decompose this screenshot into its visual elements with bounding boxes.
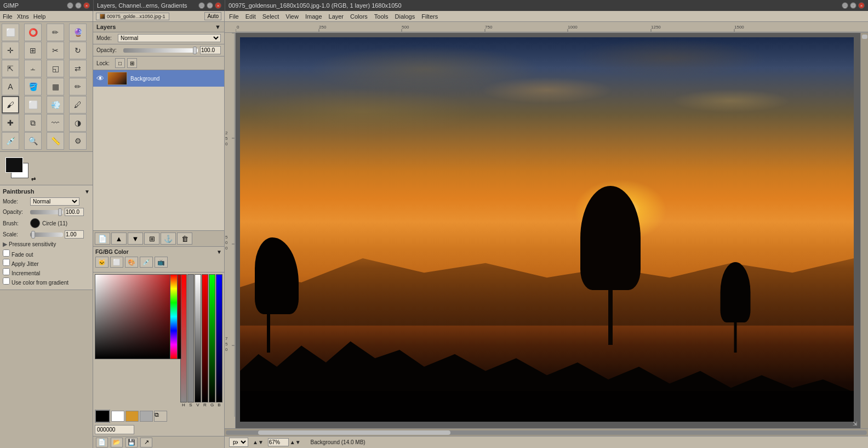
swap-colors-btn[interactable]: ⇄ (31, 176, 36, 182)
menu-file[interactable]: File (3, 13, 13, 20)
canvas-menu-select[interactable]: Select (262, 13, 279, 20)
fgbg-tool-1[interactable]: 🐱 (95, 257, 108, 268)
tool-flip[interactable]: ⇄ (69, 60, 87, 77)
layer-visibility-eye[interactable]: 👁 (96, 74, 104, 83)
swatch-copy-btn[interactable]: ⧉ (154, 411, 167, 422)
tool-blend[interactable]: ▦ (47, 78, 64, 95)
fgbg-tool-5[interactable]: 📺 (155, 257, 168, 268)
tool-scale[interactable]: ⇱ (2, 60, 19, 77)
swatch-gray[interactable] (140, 411, 153, 422)
layers-min-btn[interactable]: _ (198, 2, 205, 9)
tool-ink[interactable]: 🖊 (69, 96, 87, 114)
auto-button[interactable]: Auto (204, 12, 221, 20)
toolbox-min-btn[interactable]: _ (67, 2, 73, 9)
menu-xtns[interactable]: Xtns (17, 13, 29, 20)
fg-swatch-main[interactable] (95, 410, 110, 423)
canvas-max-btn[interactable]: □ (850, 2, 856, 9)
tool-rotate[interactable]: ↻ (69, 42, 87, 59)
tool-dodge-burn[interactable]: ◑ (69, 114, 87, 132)
fade-checkbox[interactable] (3, 249, 10, 257)
horizontal-scrollbar[interactable] (225, 428, 868, 436)
channel-s-bar[interactable] (187, 274, 194, 402)
tool-options-collapse[interactable]: ▼ (84, 189, 90, 195)
toolbox-close-btn[interactable]: × (83, 2, 90, 9)
tool-bucket-fill[interactable]: 🪣 (24, 78, 42, 95)
tool-shear[interactable]: ⫠ (24, 60, 42, 77)
fgbg-tool-3[interactable]: 🎨 (125, 257, 138, 268)
hscroll-thumb[interactable] (258, 430, 450, 435)
incremental-checkbox[interactable] (3, 268, 10, 275)
swatch-orange[interactable] (125, 411, 139, 422)
unit-arrows[interactable]: ▲▼ (253, 439, 264, 445)
canvas-menu-tools[interactable]: Tools (374, 13, 389, 20)
vertical-scrollbar[interactable] (860, 33, 868, 428)
zoom-input[interactable] (268, 438, 289, 446)
tool-magnify[interactable]: 🔍 (24, 132, 42, 150)
opacity-slider[interactable] (30, 210, 63, 214)
zoom-arrows[interactable]: ▲▼ (290, 439, 301, 445)
canvas-menu-colors[interactable]: Colors (350, 13, 368, 20)
tool-move[interactable]: ✛ (2, 42, 19, 59)
fgbg-tool-4[interactable]: 💉 (140, 257, 153, 268)
toolbox-new-btn[interactable]: 📄 (96, 438, 108, 447)
layer-anchor-btn[interactable]: ⚓ (161, 232, 176, 245)
tool-ellipse-select[interactable]: ⭕ (24, 24, 42, 41)
canvas-menu-file[interactable]: File (229, 13, 239, 20)
layers-close-btn[interactable]: × (215, 2, 221, 9)
toolbox-save-btn[interactable]: 💾 (125, 438, 138, 447)
canvas-menu-layer[interactable]: Layer (329, 13, 344, 20)
scale-input[interactable] (65, 230, 84, 239)
tool-paintbrush[interactable]: 🖌 (2, 96, 19, 114)
layer-item-background[interactable]: 👁 Background (93, 70, 224, 87)
tool-color-picker[interactable]: 💉 (2, 132, 19, 150)
tool-rect-select[interactable]: ⬜ (2, 24, 19, 41)
tool-pencil[interactable]: ✏ (69, 78, 87, 95)
fg-color-swatch[interactable] (5, 157, 23, 173)
jitter-checkbox[interactable] (3, 259, 10, 266)
tool-heal[interactable]: ✚ (2, 114, 19, 132)
layer-new-btn[interactable]: 📄 (95, 232, 110, 245)
canvas-menu-view[interactable]: View (285, 13, 299, 20)
channel-g-bar[interactable] (209, 274, 215, 402)
fgbg-collapse[interactable]: ▼ (216, 249, 222, 255)
toolbox-max-btn[interactable]: □ (75, 2, 82, 9)
unit-select[interactable]: px mm in (229, 438, 248, 447)
canvas-close-btn[interactable]: × (858, 2, 865, 9)
canvas-resize-handle[interactable]: ⇲ (853, 421, 859, 427)
layers-mode-select[interactable]: Normal Dissolve Multiply Screen (118, 34, 221, 42)
opacity-input[interactable] (65, 208, 84, 216)
toolbox-open-btn[interactable]: 📂 (111, 438, 123, 447)
tool-extra[interactable]: ⚙ (69, 132, 87, 150)
tool-fuzzy-select[interactable]: 🔮 (69, 24, 87, 41)
color-main-area-wrap[interactable] (95, 274, 178, 359)
toolbox-export-btn[interactable]: ↗ (140, 438, 152, 447)
layer-up-btn[interactable]: ▲ (111, 232, 127, 245)
canvas-menu-dialogs[interactable]: Dialogs (395, 13, 415, 20)
tool-eraser[interactable]: ⬜ (24, 96, 42, 114)
fgbg-tool-2[interactable]: ⬜ (110, 257, 123, 268)
channel-b-bar[interactable] (216, 274, 222, 402)
tool-measure[interactable]: 📏 (47, 132, 64, 150)
lock-alpha-btn[interactable]: □ (115, 58, 125, 68)
tool-crop[interactable]: ✂ (47, 42, 64, 59)
tool-smudge[interactable]: 〰 (47, 114, 64, 132)
color-saturation-area[interactable] (95, 274, 181, 359)
color-gradient-checkbox[interactable] (3, 277, 10, 285)
layer-delete-btn[interactable]: 🗑 (177, 232, 192, 245)
scale-slider[interactable] (30, 232, 63, 237)
layers-opacity-slider[interactable] (123, 48, 198, 53)
brush-preview[interactable] (30, 218, 40, 228)
tool-align[interactable]: ⊞ (24, 42, 42, 59)
tool-airbrush[interactable]: 💨 (47, 96, 64, 114)
tool-text[interactable]: A (2, 78, 19, 95)
mode-select[interactable]: Normal Dissolve Multiply Screen (30, 197, 79, 206)
canvas-scroll-area[interactable]: ⇲ (236, 33, 860, 428)
layer-duplicate-btn[interactable]: ⊞ (144, 232, 159, 245)
hex-input[interactable]: 000000 (95, 425, 134, 434)
lock-position-btn[interactable]: ⊞ (127, 58, 137, 68)
layers-max-btn[interactable]: □ (207, 2, 213, 9)
layers-opacity-input[interactable] (200, 46, 221, 54)
layers-tab[interactable]: 00975_golde...x1050.jpg-1 (96, 13, 169, 20)
tool-free-select[interactable]: ✏ (47, 24, 64, 41)
canvas-menu-image[interactable]: Image (305, 13, 322, 20)
